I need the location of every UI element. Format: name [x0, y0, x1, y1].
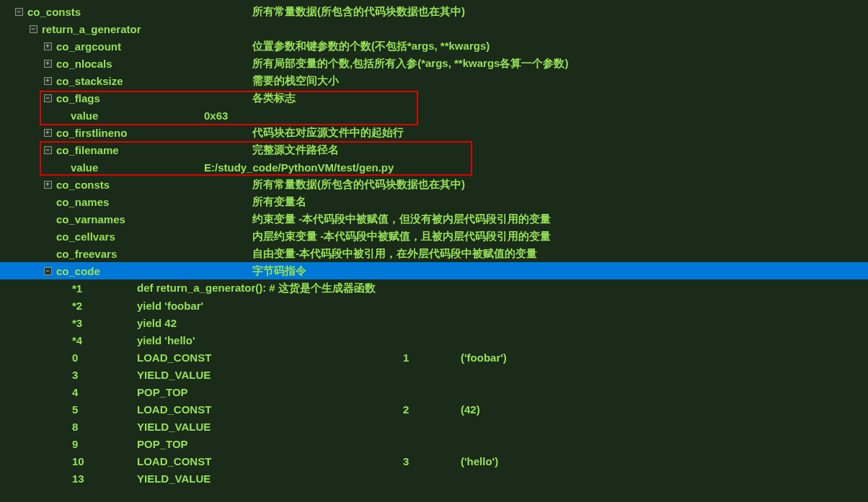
bytecode-line: 5 LOAD_CONST 2 (42)	[0, 400, 868, 418]
tree-item-co-names[interactable]: co_names 所有变量名	[0, 193, 868, 210]
tree-desc: 所有局部变量的个数,包括所有入参(*args, **kwargs各算一个参数)	[252, 57, 568, 71]
collapse-icon[interactable]: −	[43, 266, 52, 275]
bytecode-offset: 3	[72, 369, 137, 381]
collapse-icon[interactable]: −	[43, 145, 52, 154]
tree-desc: 各类标志	[252, 91, 296, 105]
bytecode-argval: ('foobar')	[461, 351, 507, 364]
tree-label: co_consts	[56, 179, 179, 191]
tree-label: co_names	[56, 196, 179, 208]
bytecode-instr: POP_TOP	[137, 438, 403, 450]
tree-item-co-code[interactable]: − co_code 字节码指令	[0, 262, 868, 279]
bytecode-line: 3 YIELD_VALUE	[0, 366, 868, 383]
bytecode-line: 4 POP_TOP	[0, 383, 868, 400]
expand-icon[interactable]: +	[43, 180, 52, 189]
bytecode-instr: YIELD_VALUE	[137, 421, 403, 433]
tree-label: co_filename	[56, 144, 179, 156]
tree-label: co_flags	[56, 92, 179, 104]
tree-item-co-nlocals[interactable]: + co_nlocals 所有局部变量的个数,包括所有入参(*args, **k…	[0, 55, 868, 72]
source-text: yield 42	[137, 317, 868, 329]
tree-item-co-flags-value[interactable]: value 0x63	[0, 107, 868, 124]
tree-item-co-flags[interactable]: − co_flags 各类标志	[0, 89, 868, 107]
spacer-icon	[58, 111, 66, 120]
spacer-icon	[43, 232, 52, 241]
tree-desc: 自由变量-本代码段中被引用，在外层代码段中被赋值的变量	[252, 247, 537, 261]
expand-icon[interactable]: +	[43, 42, 52, 50]
tree-item-co-argcount[interactable]: + co_argcount 位置参数和键参数的个数(不包括*args, **kw…	[0, 37, 868, 55]
tree-label: co_argcount	[56, 40, 179, 53]
bytecode-arg: 1	[403, 351, 461, 364]
spacer-icon	[43, 215, 52, 223]
tree-item-co-firstlineno[interactable]: + co_firstlineno 代码块在对应源文件中的起始行	[0, 124, 868, 141]
bytecode-instr: LOAD_CONST	[137, 403, 403, 416]
tree-label: value	[71, 109, 204, 122]
tree-item-co-stacksize[interactable]: + co_stacksize 需要的栈空间大小	[0, 72, 868, 89]
source-lineno: *3	[72, 317, 137, 329]
bytecode-line: 8 YIELD_VALUE	[0, 418, 868, 435]
tree-item-return-a-generator[interactable]: − return_a_generator	[0, 20, 868, 37]
expand-icon[interactable]: +	[43, 128, 52, 137]
tree-label: co_varnames	[56, 213, 179, 225]
tree-item-co-filename[interactable]: − co_filename 完整源文件路径名	[0, 141, 868, 158]
source-line: *1 def return_a_generator(): # 这货是个生成器函数	[0, 279, 868, 297]
bytecode-offset: 0	[72, 351, 137, 364]
source-lineno: *1	[72, 282, 137, 295]
source-text: yield 'foobar'	[137, 300, 868, 312]
bytecode-argval: ('hello')	[461, 455, 498, 467]
expand-icon[interactable]: +	[43, 59, 52, 68]
bytecode-line: 0 LOAD_CONST 1 ('foobar')	[0, 349, 868, 366]
tree-desc: 字节码指令	[252, 264, 306, 278]
spacer-icon	[43, 249, 52, 258]
tree-desc: 所有常量数据(所包含的代码块数据也在其中)	[252, 5, 465, 19]
tree-desc: 位置参数和键参数的个数(不包括*args, **kwargs)	[252, 40, 490, 53]
source-text: def return_a_generator(): # 这货是个生成器函数	[137, 282, 868, 295]
bytecode-offset: 9	[72, 438, 137, 450]
bytecode-line: 13 YIELD_VALUE	[0, 470, 868, 487]
tree-desc: 需要的栈空间大小	[252, 74, 339, 88]
collapse-icon[interactable]: −	[43, 94, 52, 102]
tree-item-co-consts-root[interactable]: − co_consts 所有常量数据(所包含的代码块数据也在其中)	[0, 3, 868, 20]
tree-item-co-consts[interactable]: + co_consts 所有常量数据(所包含的代码块数据也在其中)	[0, 176, 868, 193]
bytecode-instr: LOAD_CONST	[137, 455, 403, 467]
tree-label: co_stacksize	[56, 75, 179, 87]
tree-label: value	[71, 161, 204, 174]
source-lineno: *2	[72, 300, 137, 312]
spacer-icon	[43, 197, 52, 206]
source-text: yield 'hello'	[137, 334, 868, 346]
tree-item-co-filename-value[interactable]: value E:/study_code/PythonVM/test/gen.py	[0, 158, 868, 176]
bytecode-line: 10 LOAD_CONST 3 ('hello')	[0, 452, 868, 470]
tree-desc: 约束变量 -本代码段中被赋值，但没有被内层代码段引用的变量	[252, 212, 551, 226]
tree-value: 0x63	[204, 109, 228, 122]
collapse-icon[interactable]: −	[14, 7, 23, 16]
collapse-icon[interactable]: −	[29, 24, 37, 33]
tree-label: co_freevars	[56, 248, 179, 260]
source-lineno: *4	[72, 334, 137, 346]
bytecode-argval: (42)	[461, 403, 480, 416]
bytecode-offset: 10	[72, 455, 137, 467]
tree-label: co_consts	[27, 6, 150, 18]
tree-desc: 内层约束变量 -本代码段中被赋值，且被内层代码段引用的变量	[252, 230, 551, 243]
bytecode-offset: 5	[72, 403, 137, 416]
tree-value: E:/study_code/PythonVM/test/gen.py	[204, 161, 394, 174]
tree-item-co-cellvars[interactable]: co_cellvars 内层约束变量 -本代码段中被赋值，且被内层代码段引用的变…	[0, 228, 868, 245]
tree-desc: 所有常量数据(所包含的代码块数据也在其中)	[252, 178, 465, 192]
bytecode-offset: 4	[72, 386, 137, 398]
tree-desc: 完整源文件路径名	[252, 143, 339, 157]
tree-item-co-freevars[interactable]: co_freevars 自由变量-本代码段中被引用，在外层代码段中被赋值的变量	[0, 245, 868, 262]
bytecode-line: 9 POP_TOP	[0, 435, 868, 452]
tree-label: co_cellvars	[56, 230, 179, 243]
tree-label: co_nlocals	[56, 58, 179, 70]
tree-label: return_a_generator	[42, 23, 164, 35]
source-line: *3 yield 42	[0, 314, 868, 331]
bytecode-instr: YIELD_VALUE	[137, 369, 403, 381]
expand-icon[interactable]: +	[43, 76, 52, 85]
tree-item-co-varnames[interactable]: co_varnames 约束变量 -本代码段中被赋值，但没有被内层代码段引用的变…	[0, 210, 868, 228]
tree-label: co_firstlineno	[56, 127, 179, 139]
bytecode-instr: LOAD_CONST	[137, 351, 403, 364]
object-tree: − co_consts 所有常量数据(所包含的代码块数据也在其中) − retu…	[0, 0, 868, 490]
tree-desc: 所有变量名	[252, 195, 306, 209]
bytecode-offset: 13	[72, 472, 137, 485]
spacer-icon	[58, 163, 66, 171]
bytecode-arg: 2	[403, 403, 461, 416]
tree-desc: 代码块在对应源文件中的起始行	[252, 126, 404, 140]
bytecode-instr: YIELD_VALUE	[137, 472, 403, 485]
